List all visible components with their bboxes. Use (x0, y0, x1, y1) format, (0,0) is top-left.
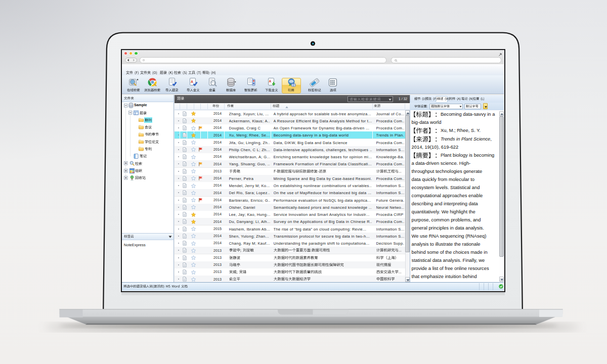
svg-text:A: A (269, 79, 272, 83)
svg-text:A: A (191, 80, 193, 83)
